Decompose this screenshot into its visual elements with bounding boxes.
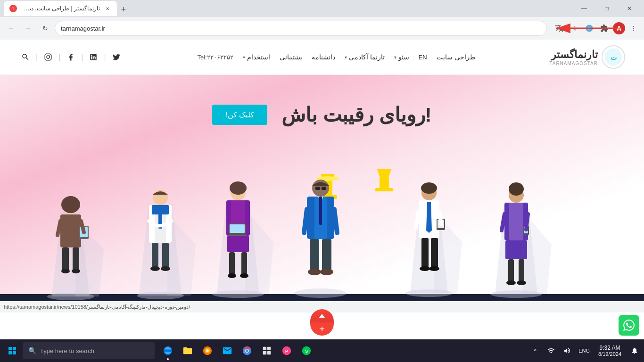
taskbar-edge-icon[interactable] [158, 340, 177, 361]
taskbar-pinned-apps: P S [158, 340, 316, 361]
forward-button[interactable]: → [21, 21, 36, 36]
nav-item-encyclopedia[interactable]: دانشنامه [312, 53, 335, 61]
taskbar-mail-icon[interactable] [218, 340, 237, 361]
windows-logo [8, 347, 16, 354]
taskbar-app8-icon[interactable]: S [297, 340, 316, 361]
address-bar-input[interactable] [55, 21, 547, 36]
tab-title: تارنماگستر | طراحی سایت، دیجیتا [21, 5, 100, 12]
website-content: ت تارنماگستر TARNAMAGOSTAR طراحی سایت EN [0, 40, 644, 301]
tab-close-button[interactable]: ✕ [104, 5, 111, 12]
nav-tel: Tel:۲۲۰۶۳۲۵۲ [197, 54, 233, 61]
minimize-button[interactable]: — [573, 0, 595, 17]
start-button[interactable] [2, 340, 23, 361]
svg-text:P: P [285, 349, 288, 354]
search-icon[interactable] [19, 50, 32, 64]
reload-button[interactable]: ↻ [38, 21, 53, 36]
svg-marker-65 [377, 169, 391, 176]
nav-item-en[interactable]: EN [419, 54, 427, 61]
active-tab[interactable]: T تارنماگستر | طراحی سایت، دیجیتا ✕ [4, 1, 117, 16]
svg-rect-39 [229, 252, 235, 276]
twitter-icon[interactable] [110, 50, 123, 64]
svg-point-30 [161, 266, 170, 271]
svg-point-61 [308, 269, 321, 275]
svg-point-94 [517, 280, 526, 285]
address-bar-row: ← → ↻ [0, 17, 644, 40]
svg-line-64 [334, 209, 337, 233]
svg-text:S: S [305, 349, 308, 354]
svg-rect-53 [322, 187, 326, 190]
svg-rect-66 [380, 176, 389, 188]
site-nav: ت تارنماگستر TARNAMAGOSTAR طراحی سایت EN [0, 40, 644, 75]
browser-window: T تارنماگستر | طراحی سایت، دیجیتا ✕ + — … [0, 0, 644, 339]
taskbar-firefox-icon[interactable] [198, 340, 217, 361]
nav-item-support[interactable]: پشتیبانی [280, 53, 302, 61]
new-tab-button[interactable]: + [117, 3, 130, 16]
logo-text-en: TARNAMAGOSTAR [549, 61, 598, 66]
nav-item-webdesign[interactable]: طراحی سایت [437, 53, 475, 61]
language-indicator[interactable]: ENG [576, 340, 593, 361]
svg-marker-99 [319, 314, 325, 318]
svg-rect-91 [508, 259, 514, 283]
svg-rect-38 [227, 236, 249, 252]
title-bar: T تارنماگستر | طراحی سایت، دیجیتا ✕ + — … [0, 0, 644, 17]
volume-icon[interactable] [560, 340, 575, 361]
svg-point-50 [295, 288, 347, 298]
facebook-icon[interactable] [64, 50, 77, 64]
show-hidden-icons[interactable]: ^ [528, 340, 543, 361]
svg-point-78 [429, 266, 439, 271]
hero-characters-svg [0, 169, 644, 301]
svg-rect-107 [263, 347, 266, 350]
taskbar-chrome-icon[interactable] [238, 340, 256, 361]
svg-rect-27 [152, 243, 158, 269]
nav-menu-list: طراحی سایت EN سئو ▾ تارنما آکادمی ▾ دانش… [197, 53, 475, 61]
svg-point-87 [509, 182, 524, 196]
svg-point-77 [420, 266, 430, 271]
back-button[interactable]: ← [4, 21, 19, 36]
nav-item-academy[interactable]: تارنما آکادمی ▾ [345, 53, 385, 61]
svg-rect-109 [263, 351, 266, 354]
svg-rect-76 [431, 238, 438, 269]
maximize-button[interactable]: □ [596, 0, 618, 17]
svg-text:ت: ت [611, 54, 617, 61]
instagram-icon[interactable] [41, 50, 55, 64]
svg-rect-60 [322, 239, 331, 272]
taskbar-app6-icon[interactable] [257, 340, 276, 361]
taskbar-app7-icon[interactable]: P [277, 340, 296, 361]
svg-rect-90 [505, 240, 527, 259]
search-placeholder-text: Type here to search [40, 347, 94, 354]
browser-menu-button[interactable]: ⋮ [627, 22, 640, 35]
hero-tagline: !رویای رقیبت باش [281, 103, 431, 126]
svg-line-63 [304, 209, 307, 233]
network-icon[interactable] [544, 340, 559, 361]
svg-rect-12 [73, 247, 79, 271]
hero-cta-button[interactable]: کلیک کن! [212, 105, 267, 125]
svg-rect-89 [509, 203, 523, 240]
nav-item-jobs[interactable]: استخدام ▾ [243, 53, 270, 61]
svg-rect-10 [60, 214, 81, 247]
svg-rect-58 [319, 197, 322, 225]
window-controls: — □ ✕ [573, 0, 640, 17]
svg-point-62 [320, 269, 333, 275]
svg-rect-67 [375, 188, 393, 191]
linkedin-icon[interactable] [87, 50, 100, 64]
site-logo[interactable]: ت تارنماگستر TARNAMAGOSTAR [549, 45, 625, 69]
whatsapp-button[interactable] [619, 315, 639, 336]
taskbar-search[interactable]: 🔍 Type here to search [23, 342, 155, 359]
scroll-up-button[interactable]: + [310, 309, 334, 336]
nav-item-seo[interactable]: سئو ▾ [394, 53, 409, 61]
svg-point-72 [421, 182, 437, 194]
svg-line-81 [439, 212, 441, 224]
svg-point-29 [150, 266, 160, 271]
svg-rect-92 [519, 259, 524, 283]
social-divider-1: | [104, 53, 106, 61]
social-icons: | | | [19, 50, 123, 64]
close-button[interactable]: ✕ [619, 0, 640, 17]
tab-favicon: T [9, 5, 17, 12]
taskbar-files-icon[interactable] [178, 340, 197, 361]
svg-rect-28 [162, 243, 169, 269]
svg-point-93 [506, 280, 516, 285]
system-clock[interactable]: 9:32 AM 8/19/2024 [594, 340, 625, 361]
notification-button[interactable] [627, 340, 642, 361]
svg-rect-75 [421, 238, 429, 269]
social-divider-2: | [81, 53, 83, 61]
